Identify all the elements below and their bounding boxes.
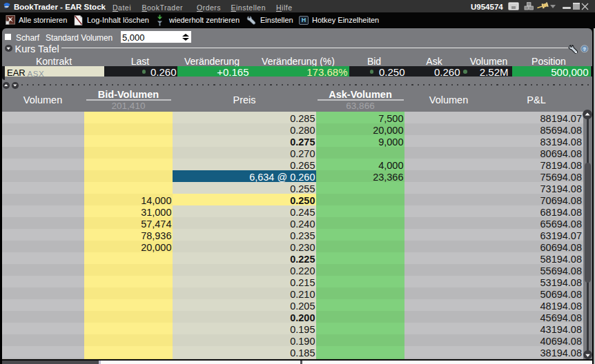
svg-text:?: ? <box>583 46 586 52</box>
